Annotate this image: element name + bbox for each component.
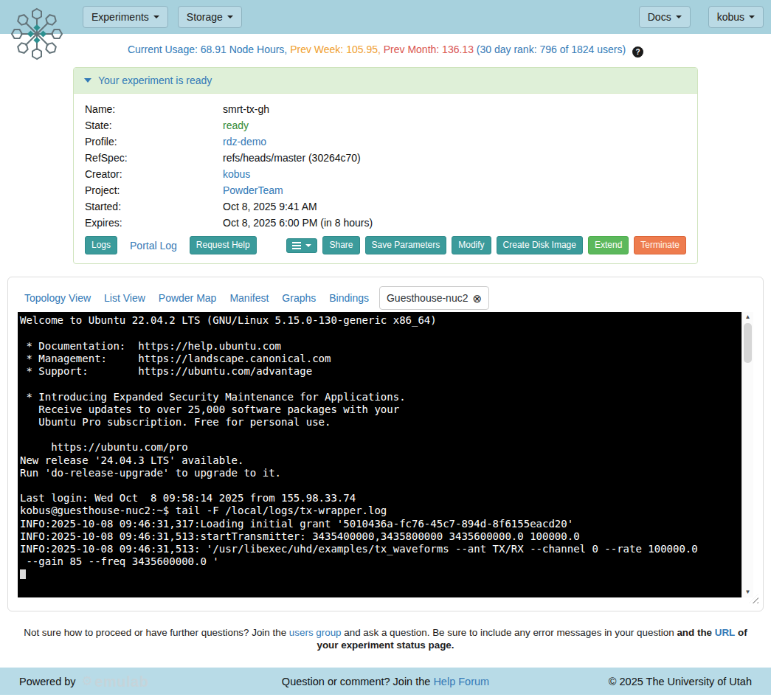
caret-down-icon — [676, 15, 682, 18]
align-justify-icon — [292, 245, 301, 246]
powder-logo[interactable] — [7, 4, 66, 63]
terminal-cursor — [20, 569, 26, 579]
detail-label: Started: — [85, 198, 223, 215]
expires-value: Oct 8, 2025 6:00 PM (in 8 hours) — [223, 215, 373, 231]
docs-menu-label: Docs — [648, 10, 671, 24]
list-dropdown-button[interactable] — [286, 238, 317, 253]
save-parameters-button[interactable]: Save Parameters — [365, 236, 447, 254]
scroll-up-icon[interactable]: ▲ — [742, 312, 753, 322]
usage-summary: Current Usage: 68.91 Node Hours, Prev We… — [0, 44, 771, 58]
portal-log-link[interactable]: Portal Log — [130, 240, 177, 252]
detail-label: State: — [85, 117, 223, 134]
copyright-text: © 2025 The University of Utah — [609, 676, 752, 687]
profile-link[interactable]: rdz-demo — [223, 134, 266, 150]
tab-manifest[interactable]: Manifest — [223, 286, 275, 310]
powered-by-label: Powered by — [19, 676, 76, 687]
emulab-logo[interactable]: ⚙ emulab — [82, 674, 149, 689]
navbar-left: Experiments Storage — [83, 6, 242, 29]
footer-bar: Powered by ⚙ emulab Question or comment?… — [0, 668, 771, 695]
help-note: Not sure how to proceed or have further … — [15, 626, 756, 651]
detail-row-project: Project: PowderTeam — [85, 182, 686, 198]
help-note-text-1: Not sure how to proceed or have further … — [24, 627, 286, 638]
users-group-link[interactable]: users group — [289, 627, 342, 638]
experiments-menu-label: Experiments — [91, 10, 149, 24]
tab-powder-map[interactable]: Powder Map — [152, 286, 224, 310]
create-disk-image-button[interactable]: Create Disk Image — [497, 236, 583, 254]
caret-down-icon — [227, 15, 233, 18]
footer-question-text: Question or comment? Join the — [282, 676, 431, 687]
snowflake-icon — [7, 4, 66, 63]
active-tab-label: Guesthouse-nuc2 — [387, 292, 469, 304]
share-button[interactable]: Share — [322, 236, 359, 254]
detail-label: Project: — [85, 182, 223, 198]
detail-row-refspec: RefSpec: refs/heads/master (30264c70) — [85, 150, 686, 166]
experiments-menu-button[interactable]: Experiments — [83, 6, 168, 29]
caret-down-icon — [153, 15, 159, 18]
gear-icon: ⚙ — [82, 675, 94, 687]
user-menu-button[interactable]: kobus — [708, 6, 764, 29]
scroll-down-icon[interactable]: ▼ — [742, 587, 753, 597]
detail-row-state: State: ready — [85, 117, 686, 134]
scrollbar-thumb[interactable] — [744, 323, 752, 363]
ssh-terminal[interactable]: Welcome to Ubuntu 22.04.2 LTS (GNU/Linux… — [18, 312, 741, 597]
experiment-actions-right: Share Save Parameters Modify Create Disk… — [286, 236, 686, 254]
experiment-actions: Logs Portal Log Request Help Share Save … — [85, 236, 686, 254]
experiment-status-title: Your experiment is ready — [98, 74, 212, 86]
docs-menu-button[interactable]: Docs — [639, 6, 691, 29]
detail-label: Name: — [85, 101, 223, 117]
storage-menu-button[interactable]: Storage — [178, 6, 242, 29]
caret-down-icon — [305, 244, 311, 247]
storage-menu-label: Storage — [187, 10, 223, 24]
project-link[interactable]: PowderTeam — [223, 182, 283, 198]
caret-down-icon — [749, 15, 755, 18]
detail-row-name: Name: smrt-tx-gh — [85, 101, 686, 117]
detail-label: Creator: — [85, 166, 223, 182]
usage-prev-week: Prev Week: 105.95, — [290, 44, 381, 55]
detail-label: Expires: — [85, 215, 223, 231]
detail-row-expires: Expires: Oct 8, 2025 6:00 PM (in 8 hours… — [85, 215, 686, 231]
experiment-name: smrt-tx-gh — [223, 101, 269, 117]
refspec-value: refs/heads/master (30264c70) — [223, 150, 361, 166]
detail-row-creator: Creator: kobus — [85, 166, 686, 182]
user-menu-label: kobus — [717, 10, 744, 24]
detail-label: RefSpec: — [85, 150, 223, 166]
top-navbar: Experiments Storage Docs kobus — [0, 0, 771, 34]
close-tab-icon[interactable]: ⊗ — [472, 293, 482, 304]
experiment-view-panel: Topology View List View Powder Map Manif… — [7, 277, 764, 611]
collapse-caret-icon — [84, 78, 91, 83]
emulab-wordmark: emulab — [94, 674, 148, 689]
usage-rank: (30 day rank: 796 of 1824 users) — [477, 44, 626, 55]
help-note-text-2: and ask a question. Be sure to include a… — [344, 627, 674, 638]
tab-topology-view[interactable]: Topology View — [18, 286, 97, 310]
usage-current: Current Usage: 68.91 Node Hours, — [128, 44, 287, 55]
terminal-output: Welcome to Ubuntu 22.04.2 LTS (GNU/Linux… — [20, 314, 698, 567]
detail-row-started: Started: Oct 8, 2025 9:41 AM — [85, 198, 686, 215]
modify-button[interactable]: Modify — [452, 236, 491, 254]
help-icon[interactable]: ? — [632, 46, 643, 58]
request-help-button[interactable]: Request Help — [190, 236, 257, 254]
experiment-status-header[interactable]: Your experiment is ready — [74, 68, 697, 94]
terminal-area: Welcome to Ubuntu 22.04.2 LTS (GNU/Linux… — [18, 312, 753, 597]
usage-prev-month: Prev Month: 136.13 — [384, 44, 474, 55]
experiment-details: Name: smrt-tx-gh State: ready Profile: r… — [74, 94, 697, 263]
status-page-url-link[interactable]: URL — [715, 627, 736, 638]
terminate-button[interactable]: Terminate — [634, 236, 686, 254]
creator-link[interactable]: kobus — [223, 166, 250, 182]
help-note-bold-1: and the — [677, 627, 712, 638]
tab-guesthouse-nuc2[interactable]: Guesthouse-nuc2 ⊗ — [379, 286, 489, 310]
tab-graphs[interactable]: Graphs — [275, 286, 322, 310]
logs-button[interactable]: Logs — [85, 236, 117, 254]
navbar-right: Docs kobus — [639, 6, 764, 29]
detail-label: Profile: — [85, 134, 223, 150]
started-value: Oct 8, 2025 9:41 AM — [223, 198, 317, 215]
experiment-status-panel: Your experiment is ready Name: smrt-tx-g… — [73, 67, 698, 264]
extend-button[interactable]: Extend — [588, 236, 629, 254]
tab-bindings[interactable]: Bindings — [322, 286, 376, 310]
detail-row-profile: Profile: rdz-demo — [85, 134, 686, 150]
terminal-scrollbar[interactable]: ▲ ▼ — [741, 312, 753, 597]
help-forum-link[interactable]: Help Forum — [433, 676, 489, 687]
experiment-state: ready — [223, 117, 249, 134]
view-tabs: Topology View List View Powder Map Manif… — [18, 286, 753, 310]
tab-list-view[interactable]: List View — [97, 286, 152, 310]
